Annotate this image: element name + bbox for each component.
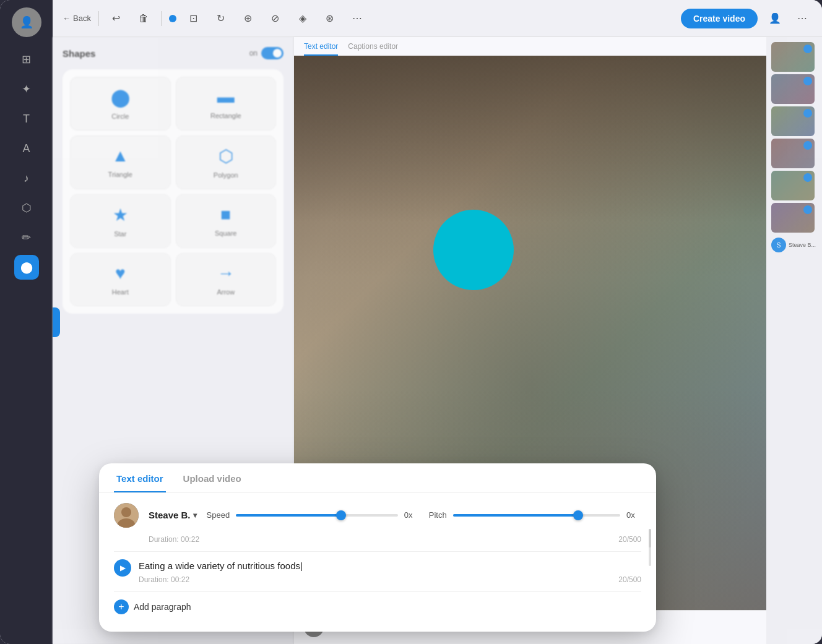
panel-tabs: Text editor Upload video (99, 463, 656, 493)
tab-text-editor-active[interactable]: Text editor (114, 473, 166, 492)
toolbar-divider-1 (98, 11, 99, 26)
triangle-label: Triangle (108, 171, 132, 178)
pitch-slider-group: Pitch 0x (429, 510, 641, 520)
toolbar-undo-icon[interactable]: ↩ (106, 9, 126, 28)
canvas-tab-bar: Text editor Captions editor (294, 37, 766, 56)
polygon-label: Polygon (214, 171, 238, 179)
sidebar-icon-text[interactable]: T (14, 106, 39, 131)
pitch-slider-track[interactable] (453, 514, 620, 517)
shapes-grid: ⬤ Circle ▬ Rectangle ▲ Triangle ⬡ Polygo… (70, 77, 276, 306)
sidebar-icon-effects[interactable]: ✦ (14, 77, 39, 101)
shape-star[interactable]: ★ Star (70, 194, 171, 248)
toolbar-rotate-icon[interactable]: ↻ (211, 9, 231, 28)
thumbnail-4[interactable] (771, 139, 815, 168)
add-paragraph-icon: + (114, 599, 129, 614)
shapes-toggle-label: on (249, 49, 257, 58)
sidebar-icon-shapes[interactable]: ⬤ (14, 255, 39, 280)
create-video-button[interactable]: Create video (681, 9, 758, 28)
circle-icon: ⬤ (111, 87, 130, 108)
speed-slider-fill (236, 514, 341, 517)
bottom-thumbnail-avatar: S (771, 238, 786, 252)
tab-upload-video[interactable]: Upload video (181, 473, 244, 492)
toolbar-divider-2 (161, 11, 162, 26)
content-char-count-1: 20/500 (618, 575, 641, 584)
shape-rectangle[interactable]: ▬ Rectangle (176, 77, 277, 131)
back-arrow-icon: ← (63, 14, 71, 23)
thumbnails-panel: S Steave B... (766, 37, 822, 644)
text-editor-panel: Text editor Upload video Steave B. ▾ (99, 463, 656, 632)
panel-body: Steave B. ▾ Speed 0x Pitch (99, 493, 656, 632)
arrow-label: Arrow (217, 288, 235, 296)
voice-avatar (114, 503, 139, 528)
thumbnail-6[interactable] (771, 203, 815, 233)
speed-value: 0x (404, 510, 419, 520)
voice-name-text: Steave B. (149, 510, 191, 520)
sidebar-icon-grid[interactable]: ⊞ (14, 47, 39, 72)
content-text-1: Eating a wide variety of nutritious food… (139, 559, 611, 585)
scrollbar[interactable] (649, 529, 651, 566)
thumbnail-dot-1 (803, 45, 812, 53)
shape-triangle[interactable]: ▲ Triangle (70, 135, 171, 189)
shape-arrow[interactable]: → Arrow (176, 253, 277, 306)
rectangle-icon: ▬ (217, 87, 235, 107)
cyan-circle-element[interactable] (433, 210, 514, 290)
thumbnail-dot-4 (803, 141, 812, 150)
toolbar-dot-1[interactable] (169, 15, 176, 22)
scroll-thumb (649, 529, 651, 547)
content-duration-1: Duration: 00:22 (139, 575, 611, 584)
bottom-thumbnail-info: S Steave B... (771, 235, 817, 255)
toolbar-user-icon[interactable]: 👤 (765, 9, 785, 28)
toolbar-crop-icon[interactable]: ⊡ (184, 9, 204, 28)
thumbnail-1[interactable] (771, 42, 815, 72)
star-label: Star (114, 230, 126, 238)
ceiling-gradient (294, 56, 766, 222)
add-paragraph-button[interactable]: + Add paragraph (114, 591, 641, 622)
sidebar-icon-layers[interactable]: ⬡ (14, 195, 39, 220)
sidebar-icon-draw[interactable]: ✏ (14, 225, 39, 250)
thumbnail-3[interactable] (771, 106, 815, 136)
arrow-icon: → (217, 264, 235, 283)
back-button[interactable]: ← Back (63, 14, 91, 23)
voice-name[interactable]: Steave B. ▾ (149, 510, 197, 520)
rectangle-label: Rectangle (210, 112, 241, 119)
thumbnail-2[interactable] (771, 74, 815, 104)
tab-text-editor[interactable]: Text editor (304, 42, 338, 56)
sidebar-icon-music[interactable]: ♪ (14, 166, 39, 191)
sidebar-icon-font[interactable]: A (14, 136, 39, 161)
tab-captions-editor[interactable]: Captions editor (348, 42, 398, 56)
pitch-slider-fill (453, 514, 579, 517)
pitch-slider-thumb[interactable] (573, 510, 583, 520)
thumbnail-5[interactable] (771, 171, 815, 200)
user-avatar[interactable]: 👤 (12, 7, 41, 37)
shape-heart[interactable]: ♥ Heart (70, 253, 171, 306)
duration-row-1: Duration: 00:22 20/500 (149, 533, 641, 551)
toolbar-adjust-icon[interactable]: ⊛ (320, 9, 340, 28)
content-main-text-1[interactable]: Eating a wide variety of nutritious food… (139, 559, 611, 573)
speed-label: Speed (207, 510, 230, 520)
char-count-1: 20/500 (618, 535, 641, 544)
toolbar-effects-icon[interactable]: ◈ (293, 9, 313, 28)
panel-expand-tab[interactable] (53, 307, 60, 337)
square-label: Square (215, 230, 236, 237)
speed-slider-track[interactable] (236, 514, 398, 517)
shapes-toggle[interactable] (261, 47, 283, 59)
toolbar-delete-icon[interactable]: 🗑 (134, 9, 154, 28)
shape-polygon[interactable]: ⬡ Polygon (176, 135, 277, 189)
bottom-thumbnail-text: Steave B... (789, 242, 816, 248)
speed-slider-thumb[interactable] (336, 510, 346, 520)
shape-square[interactable]: ■ Square (176, 194, 277, 248)
play-button-1[interactable]: ▶ (114, 559, 131, 577)
voice-row: Steave B. ▾ Speed 0x Pitch (114, 503, 641, 528)
toolbar-filter-icon[interactable]: ⊘ (266, 9, 285, 28)
shapes-header: Shapes on (63, 47, 283, 59)
content-row-1: ▶ Eating a wide variety of nutritious fo… (114, 551, 641, 592)
toolbar-more-icon[interactable]: ⋯ (347, 9, 367, 28)
shape-circle[interactable]: ⬤ Circle (70, 77, 171, 131)
toolbar-settings-icon[interactable]: ⋯ (792, 9, 812, 28)
thumbnail-dot-2 (803, 77, 812, 85)
toolbar-layers-icon[interactable]: ⊕ (238, 9, 258, 28)
shapes-title: Shapes (63, 48, 95, 59)
add-paragraph-label: Add paragraph (134, 602, 191, 612)
thumbnail-dot-3 (803, 109, 812, 118)
shapes-grid-container: ⬤ Circle ▬ Rectangle ▲ Triangle ⬡ Polygo… (63, 69, 283, 314)
